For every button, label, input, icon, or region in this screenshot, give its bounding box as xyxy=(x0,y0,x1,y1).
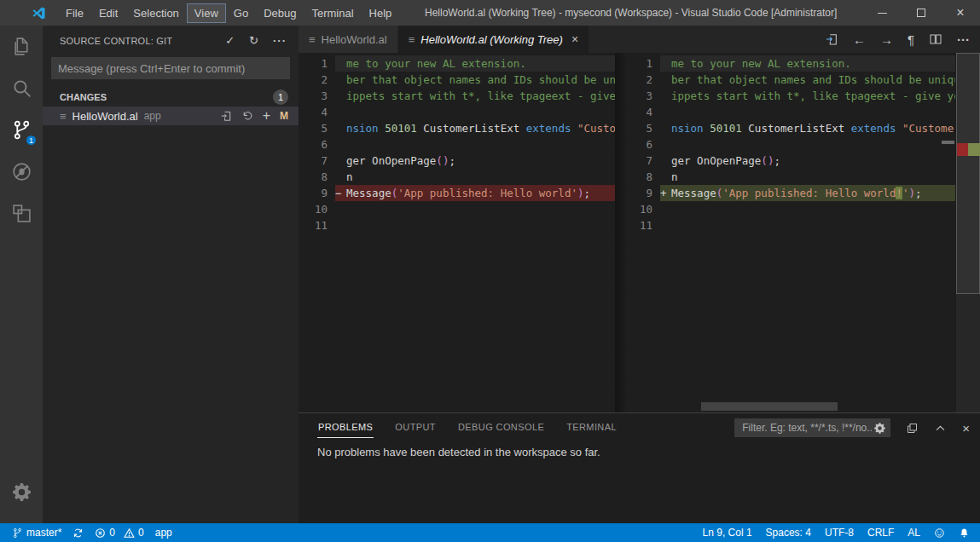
horizontal-scrollbar[interactable] xyxy=(701,402,838,411)
diff-sign: − xyxy=(335,185,346,201)
activity-extensions[interactable] xyxy=(0,193,43,234)
menu-view[interactable]: View xyxy=(187,3,226,23)
split-editor-icon[interactable] xyxy=(929,32,942,46)
cursor-position-status[interactable]: Ln 9, Col 1 xyxy=(703,527,752,539)
activity-source-control[interactable]: 1 xyxy=(0,109,43,151)
menu-go[interactable]: Go xyxy=(226,3,256,23)
menu-edit[interactable]: Edit xyxy=(91,3,125,23)
code-line[interactable]: 7ger OnOpenPage(); xyxy=(627,153,955,169)
diff-modified-pane[interactable]: 1me to your new AL extension.2ber that o… xyxy=(627,53,955,412)
code-line[interactable]: 11 xyxy=(299,217,615,234)
diff-editor: 1me to your new AL extension.2ber that o… xyxy=(299,53,980,412)
commit-message-input[interactable] xyxy=(51,57,290,79)
menu-terminal[interactable]: Terminal xyxy=(304,3,361,23)
panel-tab-problems[interactable]: PROBLEMS xyxy=(317,418,374,438)
code-line[interactable]: 10 xyxy=(627,201,955,217)
added-line-mark xyxy=(968,143,980,156)
collapse-all-icon[interactable] xyxy=(906,422,919,435)
diff-sash[interactable] xyxy=(615,53,627,412)
changed-file-row[interactable]: ≡ HelloWorld.al app + M xyxy=(43,107,299,125)
changes-section-header[interactable]: CHANGES 1 xyxy=(43,88,299,107)
maximize-panel-icon[interactable] xyxy=(934,422,947,435)
open-file-icon[interactable] xyxy=(220,110,232,122)
diff-sign xyxy=(335,153,346,169)
problems-filter-input[interactable] xyxy=(740,421,873,435)
code-line[interactable]: 1me to your new AL extension. xyxy=(299,55,615,72)
diff-original-pane[interactable]: 1me to your new AL extension.2ber that o… xyxy=(299,53,615,412)
diff-sign xyxy=(660,153,671,169)
manage-button[interactable] xyxy=(0,471,43,513)
diff-overview-ruler[interactable] xyxy=(955,53,980,412)
close-tab-icon[interactable]: × xyxy=(571,32,578,46)
scm-more-actions-button[interactable]: ··· xyxy=(273,34,287,47)
panel-tab-terminal[interactable]: TERMINAL xyxy=(565,418,618,438)
code-line[interactable]: 6 xyxy=(627,136,955,153)
code-line[interactable]: 7ger OnOpenPage(); xyxy=(299,153,615,169)
eol-status[interactable]: CRLF xyxy=(867,527,894,539)
code-line[interactable]: 8n xyxy=(627,169,955,185)
menu-help[interactable]: Help xyxy=(362,3,400,23)
code-line[interactable]: 9−Message('App published: Hello world'); xyxy=(299,185,615,201)
refresh-button[interactable]: ↻ xyxy=(249,34,258,47)
encoding-status[interactable]: UTF-8 xyxy=(825,527,854,539)
toggle-whitespace-icon[interactable]: ¶ xyxy=(908,33,914,46)
code-line[interactable]: 10 xyxy=(299,201,615,217)
error-icon xyxy=(95,528,106,539)
menu-selection[interactable]: Selection xyxy=(125,3,186,23)
scrollbar-slider[interactable] xyxy=(956,53,980,294)
menu-file[interactable]: File xyxy=(58,3,91,23)
next-change-icon[interactable]: → xyxy=(880,33,893,46)
diff-sign xyxy=(660,201,671,217)
code-line[interactable]: 4 xyxy=(299,104,615,120)
diff-sign xyxy=(335,72,346,88)
problems-status[interactable]: 0 0 xyxy=(95,527,143,539)
filter-icon[interactable] xyxy=(873,422,886,435)
code-line[interactable]: 1me to your new AL extension. xyxy=(627,55,955,72)
indentation-status[interactable]: Spaces: 4 xyxy=(766,527,811,539)
code-line[interactable]: 2ber that object names and IDs should be… xyxy=(299,72,615,88)
tab-helloworld-working-tree[interactable]: ≡ HelloWorld.al (Working Tree) × xyxy=(398,26,589,53)
bell-icon xyxy=(959,528,970,539)
open-file-icon[interactable] xyxy=(825,32,838,46)
close-panel-icon[interactable]: × xyxy=(962,421,970,435)
code-line[interactable]: 2ber that object names and IDs should be… xyxy=(627,72,955,88)
vscode-window: File Edit Selection View Go Debug Termin… xyxy=(0,0,980,542)
panel-tab-debug-console[interactable]: DEBUG CONSOLE xyxy=(457,418,545,438)
menu-debug[interactable]: Debug xyxy=(256,3,304,23)
maximize-button[interactable] xyxy=(902,0,941,26)
activity-explorer[interactable] xyxy=(0,26,43,67)
code-line[interactable]: 6 xyxy=(299,136,615,153)
sync-button[interactable] xyxy=(72,528,84,539)
activity-search[interactable] xyxy=(0,67,43,109)
code-line[interactable]: 11 xyxy=(627,217,955,234)
changed-file-description: app xyxy=(144,110,161,122)
discard-changes-icon[interactable] xyxy=(241,110,253,122)
notifications-button[interactable] xyxy=(959,528,970,539)
code-line[interactable]: 3ippets start with t*, like tpageext - g… xyxy=(627,88,955,104)
line-number: 10 xyxy=(627,201,660,217)
diff-sign xyxy=(660,55,671,72)
window-title: HelloWorld.al (Working Tree) - mysecond … xyxy=(399,7,862,19)
previous-change-icon[interactable]: ← xyxy=(853,33,866,46)
feedback-button[interactable] xyxy=(934,528,945,539)
activity-debug[interactable] xyxy=(0,151,43,193)
files-icon xyxy=(11,36,32,57)
panel-tab-output[interactable]: OUTPUT xyxy=(394,418,437,438)
git-branch-status[interactable]: master* xyxy=(12,527,61,539)
line-number: 2 xyxy=(299,72,335,88)
code-line[interactable]: 5nsion 50101 CustomerListExt extends "Cu… xyxy=(627,120,955,136)
minimize-button[interactable] xyxy=(862,0,902,26)
code-line[interactable]: 8n xyxy=(299,169,615,185)
language-mode-status[interactable]: AL xyxy=(908,527,920,539)
tab-helloworld[interactable]: ≡ HelloWorld.al xyxy=(299,26,398,53)
close-window-button[interactable]: × xyxy=(941,0,980,26)
code-line[interactable]: 5nsion 50101 CustomerListExt extends "Cu… xyxy=(299,120,615,136)
code-line[interactable]: 9+Message('App published: Hello world!')… xyxy=(627,185,955,201)
diff-sign xyxy=(335,55,346,72)
more-actions-icon[interactable]: ··· xyxy=(957,33,970,46)
stage-changes-icon[interactable]: + xyxy=(263,110,270,122)
app-status[interactable]: app xyxy=(155,527,172,539)
code-line[interactable]: 4 xyxy=(627,104,955,120)
code-line[interactable]: 3ippets start with t*, like tpageext - g… xyxy=(299,88,615,104)
commit-button[interactable]: ✓ xyxy=(225,34,235,47)
